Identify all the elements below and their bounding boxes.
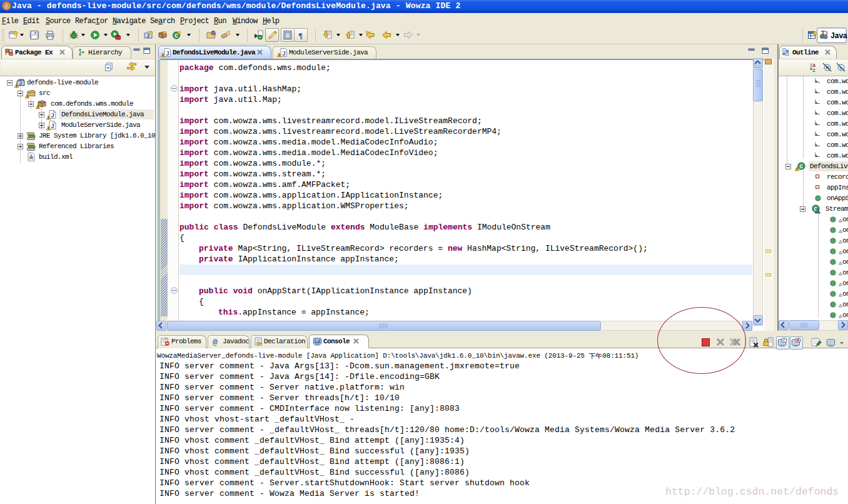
svg-text:J: J [19, 81, 23, 86]
svg-text:@: @ [213, 338, 218, 346]
svg-text:C: C [800, 164, 804, 170]
svg-text:J: J [166, 51, 169, 58]
svg-text:¶: ¶ [298, 31, 303, 40]
svg-text:J: J [146, 33, 149, 39]
svg-text:C: C [174, 33, 178, 39]
svg-text:z: z [812, 68, 815, 73]
svg-text:J: J [282, 51, 286, 58]
